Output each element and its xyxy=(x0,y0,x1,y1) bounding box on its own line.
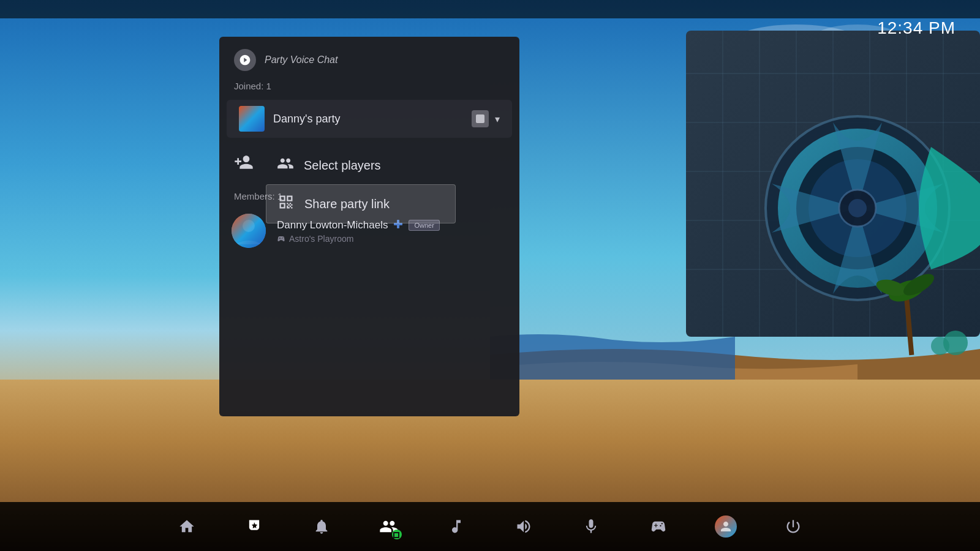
member-game: Astro's Playroom xyxy=(277,234,507,244)
taskbar-music[interactable] xyxy=(441,511,472,542)
taskbar-mic[interactable] xyxy=(576,511,606,542)
panel-title: Party Voice Chat xyxy=(265,54,337,66)
stop-icon xyxy=(476,114,484,123)
chevron-down-icon[interactable]: ▾ xyxy=(495,113,500,125)
game-icon xyxy=(277,234,285,243)
taskbar-party[interactable] xyxy=(239,511,270,542)
svg-point-30 xyxy=(243,220,255,232)
share-party-link-item[interactable]: Share party link xyxy=(266,184,456,223)
select-players-icon xyxy=(277,155,294,176)
panel-header: Party Voice Chat xyxy=(219,37,519,81)
party-row[interactable]: Danny's party ▾ xyxy=(227,100,512,138)
invite-dropdown: Select players Share party link xyxy=(266,146,456,223)
online-indicator xyxy=(393,532,399,538)
member-avatar xyxy=(232,214,266,248)
add-user-icon[interactable] xyxy=(234,152,254,176)
taskbar-notifications[interactable] xyxy=(306,511,337,542)
select-players-label: Select players xyxy=(304,159,381,173)
party-name: Danny's party xyxy=(273,113,463,126)
taskbar-home[interactable] xyxy=(172,511,202,542)
share-party-link-label: Share party link xyxy=(304,197,390,211)
party-avatar xyxy=(239,106,265,132)
member-game-name: Astro's Playroom xyxy=(289,234,353,244)
taskbar-friends[interactable]: 2 xyxy=(374,511,404,542)
party-controls: ▾ xyxy=(472,110,500,127)
profile-avatar-icon xyxy=(715,515,737,538)
party-voice-icon xyxy=(234,49,256,71)
select-players-item[interactable]: Select players xyxy=(266,146,456,184)
top-bar xyxy=(0,0,980,18)
qr-code-icon xyxy=(277,193,295,214)
taskbar-volume[interactable] xyxy=(508,511,539,542)
svg-point-28 xyxy=(931,337,949,355)
clock-time: 12:34 PM xyxy=(877,18,956,37)
taskbar: 2 xyxy=(0,502,980,551)
joined-label: Joined: 1 xyxy=(219,81,519,100)
taskbar-controller[interactable] xyxy=(643,511,674,542)
svg-point-29 xyxy=(232,214,266,248)
stop-button[interactable] xyxy=(472,110,489,127)
party-panel: Party Voice Chat Joined: 1 Danny's party… xyxy=(219,37,519,416)
svg-point-22 xyxy=(848,199,867,217)
clock: 12:34 PM xyxy=(877,18,956,38)
taskbar-power[interactable] xyxy=(778,511,809,542)
scene-decoration xyxy=(490,0,980,429)
taskbar-profile[interactable] xyxy=(710,511,741,542)
invite-section: Select players Share party link xyxy=(219,138,519,189)
